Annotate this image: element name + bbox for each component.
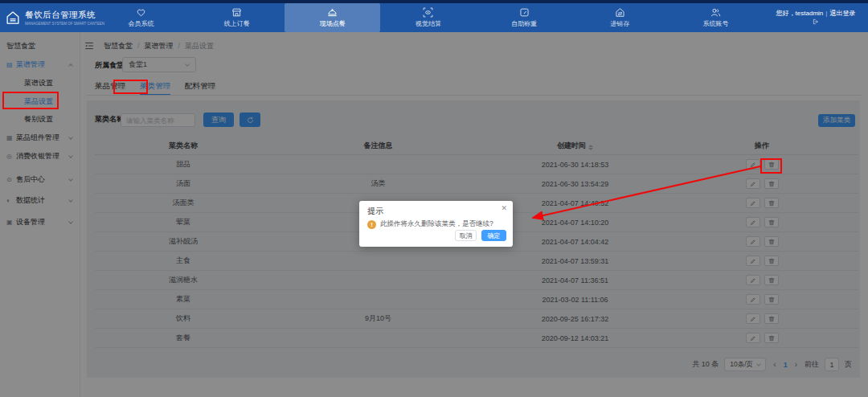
delete-button[interactable] xyxy=(764,159,779,170)
edit-button[interactable] xyxy=(746,198,760,208)
jump-page-input[interactable] xyxy=(825,358,839,371)
prev-page-button[interactable]: ‹ xyxy=(772,360,777,369)
cell-category-name: 套餐 xyxy=(95,333,272,343)
category-name-input[interactable] xyxy=(121,113,195,127)
page-size-select[interactable]: 10条/页 xyxy=(724,358,766,371)
breadcrumb-item[interactable]: 智慧食堂 xyxy=(104,41,133,51)
table-row: 套餐 2020-09-12 14:03:21 xyxy=(95,329,858,348)
chevron-down-icon xyxy=(68,219,73,224)
delete-button[interactable] xyxy=(764,256,779,266)
sidebar-item-data-statistics[interactable]: ◐数据统计 xyxy=(0,192,80,208)
edit-button[interactable] xyxy=(746,217,760,227)
main-nav: 会员系统 线上订餐 现场点餐 视觉结算 自助称重 进销存 xyxy=(93,3,764,32)
edit-button[interactable] xyxy=(746,313,760,324)
breadcrumb-item[interactable]: 菜谱管理 xyxy=(145,41,174,51)
delete-confirm-dialog: 提示 ✕ ! 此操作将永久删除该菜类，是否继续? 取消 确定 xyxy=(359,201,513,247)
edit-button[interactable] xyxy=(746,294,760,305)
sidebar-item-device-management[interactable]: ▣设备管理 xyxy=(0,214,80,230)
edit-button[interactable] xyxy=(746,333,760,343)
delete-icon xyxy=(768,316,775,322)
delete-button[interactable] xyxy=(764,333,779,343)
chevron-down-icon xyxy=(68,135,73,140)
delete-icon xyxy=(768,162,775,168)
close-icon[interactable]: ✕ xyxy=(501,205,507,212)
delete-icon xyxy=(768,181,775,187)
delete-button[interactable] xyxy=(764,198,779,208)
table-header-row: 菜类名称 备注信息 创建时间 操作 xyxy=(95,137,858,155)
cell-actions xyxy=(665,294,858,305)
edit-icon xyxy=(750,277,756,284)
cell-category-name: 主食 xyxy=(95,256,272,266)
self-weigh-icon xyxy=(519,7,530,18)
breadcrumb: 智慧食堂 / 菜谱管理 / 菜品设置 xyxy=(84,38,214,54)
delete-button[interactable] xyxy=(764,217,779,227)
logout-icon[interactable] xyxy=(813,18,819,27)
header-remark: 备注信息 xyxy=(272,141,485,151)
table-row: 甜品 2021-06-30 14:18:53 xyxy=(95,155,858,174)
nav-item-inventory[interactable]: 进销存 xyxy=(572,3,668,32)
edit-icon xyxy=(750,162,756,168)
nav-item-member-system[interactable]: 会员系统 xyxy=(93,3,189,32)
edit-button[interactable] xyxy=(746,236,760,247)
cell-category-name: 汤面 xyxy=(95,178,272,189)
logout-link[interactable]: 退出登录 xyxy=(829,9,855,18)
cell-created-time: 2020-09-12 14:03:21 xyxy=(485,334,665,342)
next-page-button[interactable]: › xyxy=(793,360,799,369)
nav-item-onsite-order[interactable]: 现场点餐 xyxy=(285,3,380,32)
cancel-button[interactable]: 取消 xyxy=(455,230,477,241)
cell-actions xyxy=(665,256,858,266)
header-created-time[interactable]: 创建时间 xyxy=(485,141,665,151)
header-category-name: 菜类名称 xyxy=(95,141,272,151)
sidebar-header: 智慧食堂 xyxy=(0,38,80,54)
jump-label: 前往 xyxy=(805,359,819,370)
online-order-icon xyxy=(231,7,242,18)
edit-button[interactable] xyxy=(746,159,760,170)
query-button[interactable]: 查询 xyxy=(203,113,234,127)
tab-category-management[interactable]: 菜类管理 xyxy=(140,79,170,95)
tab-dish-management[interactable]: 菜品管理 xyxy=(95,79,125,95)
table-row: 主食 2021-04-07 13:59:31 xyxy=(95,252,858,271)
recipe-icon: ▤ xyxy=(6,57,16,73)
breadcrumb-current: 菜品设置 xyxy=(185,41,214,51)
nav-item-online-order[interactable]: 线上订餐 xyxy=(189,3,285,32)
sidebar-item-recipe-settings[interactable]: 菜谱设置 xyxy=(0,75,80,91)
dialog-message: 此操作将永久删除该菜类，是否继续? xyxy=(380,219,493,229)
account-icon xyxy=(710,7,721,18)
page-number[interactable]: 1 xyxy=(784,361,788,369)
nav-item-self-weigh[interactable]: 自助称重 xyxy=(477,3,572,32)
nav-item-visual-checkout[interactable]: 视觉结算 xyxy=(380,3,476,32)
sort-icon[interactable] xyxy=(588,145,593,150)
delete-button[interactable] xyxy=(764,275,779,285)
page-unit: 页 xyxy=(845,359,852,370)
confirm-button[interactable]: 确定 xyxy=(481,230,506,241)
sidebar-item-meal-settings[interactable]: 餐别设置 xyxy=(0,111,80,127)
edit-button[interactable] xyxy=(746,275,760,285)
cell-actions xyxy=(665,236,858,247)
delete-icon xyxy=(768,277,775,284)
delete-icon xyxy=(768,219,775,226)
add-category-button[interactable]: 添加菜类 xyxy=(818,114,855,127)
sidebar-item-recipe-management[interactable]: ▤菜谱管理 xyxy=(0,56,80,72)
delete-button[interactable] xyxy=(764,236,779,247)
edit-button[interactable] xyxy=(746,256,760,266)
sidebar-item-dish-settings[interactable]: 菜品设置 xyxy=(0,93,80,109)
cell-created-time: 2021-03-02 11:11:06 xyxy=(485,296,665,304)
edit-button[interactable] xyxy=(746,178,760,189)
delete-icon xyxy=(768,335,775,342)
edit-icon xyxy=(750,335,756,342)
delete-button[interactable] xyxy=(764,313,779,324)
sidebar-item-dish-components[interactable]: ▦菜品组件管理 xyxy=(0,129,80,145)
delete-button[interactable] xyxy=(764,178,779,189)
canteen-select[interactable]: 食堂1 xyxy=(122,57,196,72)
sidebar-item-cashier-management[interactable]: ◎消费收银管理 xyxy=(0,148,80,164)
nav-item-system-account[interactable]: 系统账号 xyxy=(668,3,764,32)
refresh-button[interactable] xyxy=(240,113,260,127)
logo-house-icon xyxy=(5,10,21,26)
sidebar-fold-icon[interactable] xyxy=(84,41,94,51)
sidebar-item-aftersale-center[interactable]: ⊙售后中心 xyxy=(0,171,80,187)
tab-ingredient-management[interactable]: 配料管理 xyxy=(185,79,215,95)
cashier-icon: ◎ xyxy=(6,149,16,165)
delete-button[interactable] xyxy=(764,294,779,305)
cell-category-name: 滋补靓汤 xyxy=(95,236,272,247)
aftersale-icon: ⊙ xyxy=(6,172,16,188)
